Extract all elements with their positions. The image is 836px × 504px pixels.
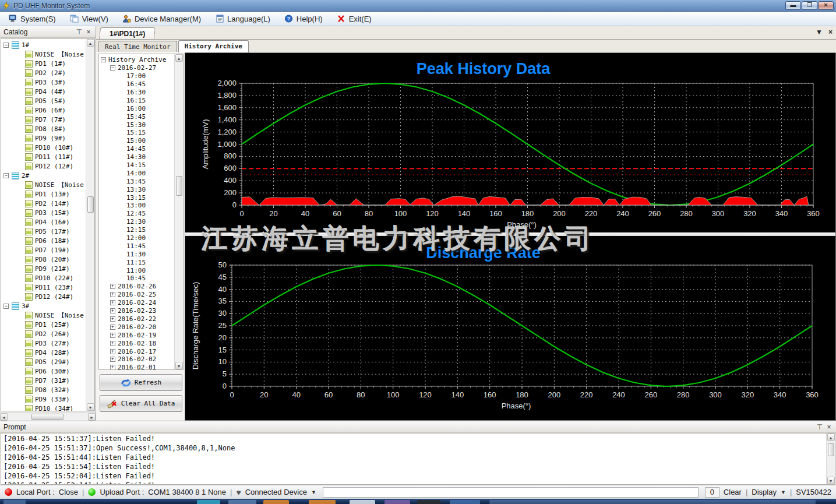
history-time-node[interactable]: 12:30 [101, 218, 174, 226]
catalog-group-1#[interactable]: −1# [3, 40, 86, 50]
history-time-node[interactable]: 13:00 [101, 202, 174, 210]
history-time-node[interactable]: 15:00 [101, 137, 174, 145]
history-time-node[interactable]: 16:15 [101, 96, 174, 104]
prompt-close-icon[interactable]: × [824, 423, 834, 431]
catalog-group-2#[interactable]: −2# [3, 171, 86, 180]
history-date-node[interactable]: +2016-02-20 [101, 323, 174, 331]
document-tab[interactable]: 1#\PD1(1#) [99, 27, 156, 39]
clear-all-data-button[interactable]: Clear All Data [100, 395, 182, 412]
history-time-node[interactable]: 13:15 [101, 193, 174, 202]
restore-button[interactable]: ❐ [802, 1, 817, 10]
menu-view-v[interactable]: View(V) [65, 13, 115, 24]
clear-counter-button[interactable]: Clear [724, 488, 742, 496]
history-date-node[interactable]: +2016-02-01 [101, 364, 174, 369]
history-date-node[interactable]: +2016-02-18 [101, 339, 174, 347]
history-date-node[interactable]: +2016-02-22 [101, 315, 174, 323]
connected-device-dropdown-icon[interactable]: ▼ [311, 489, 316, 495]
catalog-item[interactable]: PD12 (12#) [3, 161, 86, 171]
catalog-item[interactable]: PD5 (29#) [3, 357, 86, 366]
history-time-node[interactable]: 16:30 [101, 89, 174, 97]
prompt-pin-icon[interactable]: ⊤ [815, 423, 824, 431]
catalog-item[interactable]: PD2 (14#) [3, 199, 86, 208]
history-date-node[interactable]: +2016-02-02 [101, 355, 174, 364]
catalog-item[interactable]: PD6 (6#) [3, 105, 86, 115]
catalog-item[interactable]: PD6 (30#) [3, 366, 86, 376]
history-time-node[interactable]: 11:15 [101, 258, 174, 266]
catalog-item[interactable]: PD6 (18#) [3, 236, 86, 245]
catalog-item[interactable]: PD4 (28#) [3, 348, 86, 357]
prompt-vscrollbar[interactable]: ▲ ▼ [826, 433, 835, 484]
catalog-item[interactable]: PD8 (32#) [3, 385, 86, 394]
connected-device-label[interactable]: Connected Device [245, 488, 307, 496]
catalog-item[interactable]: PD11 (11#) [3, 152, 86, 161]
history-time-node[interactable]: 12:45 [101, 210, 174, 218]
catalog-item[interactable]: PD9 (21#) [3, 264, 86, 273]
history-root-node[interactable]: −History Archive [101, 56, 174, 64]
catalog-hscrollbar[interactable]: ◄ ► [0, 412, 96, 421]
history-time-node[interactable]: 15:30 [101, 121, 174, 129]
catalog-item[interactable]: PD5 (17#) [3, 227, 86, 236]
menu-system-s[interactable]: System(S) [3, 13, 63, 24]
catalog-item[interactable]: NOISE 【Noise C [3, 311, 86, 320]
history-date-node[interactable]: +2016-02-19 [101, 331, 174, 339]
catalog-item[interactable]: PD2 (2#) [3, 68, 86, 77]
tab-history-archive[interactable]: History Archive [178, 40, 249, 52]
catalog-item[interactable]: NOISE 【Noise C [3, 180, 86, 189]
history-time-node[interactable]: 15:15 [101, 129, 174, 137]
display-dropdown-icon[interactable]: ▼ [781, 489, 786, 495]
history-time-node[interactable]: 11:45 [101, 242, 174, 250]
history-time-node[interactable]: 15:45 [101, 112, 174, 121]
history-date-node[interactable]: +2016-02-23 [101, 307, 174, 315]
minimize-button[interactable]: ▬ [785, 1, 801, 10]
catalog-item[interactable]: PD7 (19#) [3, 245, 86, 255]
catalog-item[interactable]: PD7 (31#) [3, 376, 86, 385]
catalog-group-3#[interactable]: −3# [3, 301, 86, 311]
history-time-node[interactable]: 14:15 [101, 161, 174, 170]
catalog-item[interactable]: PD1 (13#) [3, 189, 86, 199]
close-catalog-icon[interactable]: × [84, 28, 93, 36]
catalog-item[interactable]: PD7 (7#) [3, 115, 86, 124]
catalog-item[interactable]: PD4 (4#) [3, 87, 86, 96]
tab-real-time-monitor[interactable]: Real Time Monitor [98, 41, 177, 52]
history-vscrollbar[interactable]: ▲ ▼ [174, 54, 183, 369]
history-time-node[interactable]: 13:45 [101, 177, 174, 185]
history-time-node[interactable]: 11:30 [101, 250, 174, 258]
history-time-node[interactable]: 12:15 [101, 226, 174, 234]
history-time-node[interactable]: 11:00 [101, 266, 174, 274]
catalog-item[interactable]: PD2 (26#) [3, 329, 86, 339]
catalog-item[interactable]: PD11 (23#) [3, 283, 86, 292]
catalog-item[interactable]: PD1 (1#) [3, 59, 86, 68]
history-time-node[interactable]: 14:00 [101, 169, 174, 177]
catalog-item[interactable]: PD3 (27#) [3, 339, 86, 348]
catalog-item[interactable]: PD12 (24#) [3, 292, 86, 301]
menu-help-h[interactable]: ?Help(H) [280, 13, 330, 24]
history-date-node[interactable]: −2016-02-27 [101, 64, 174, 72]
catalog-item[interactable]: PD8 (8#) [3, 124, 86, 133]
catalog-item[interactable]: PD10 (22#) [3, 273, 86, 283]
pin-icon[interactable]: ⊤ [75, 28, 84, 36]
history-time-node[interactable]: 17:00 [101, 72, 174, 80]
catalog-item[interactable]: PD9 (9#) [3, 133, 86, 143]
catalog-item[interactable]: PD4 (16#) [3, 217, 86, 227]
history-time-node[interactable]: 14:45 [101, 145, 174, 153]
history-time-node[interactable]: 13:30 [101, 185, 174, 193]
catalog-item[interactable]: PD8 (20#) [3, 255, 86, 264]
history-time-node[interactable]: 10:45 [101, 274, 174, 283]
catalog-item[interactable]: PD10 (10#) [3, 143, 86, 152]
tab-list-dropdown-icon[interactable]: ▼ [816, 28, 823, 36]
catalog-item[interactable]: PD10 (34#) [3, 404, 86, 411]
catalog-item[interactable]: PD3 (3#) [3, 77, 86, 87]
catalog-item[interactable]: PD1 (25#) [3, 320, 86, 329]
tab-close-icon[interactable]: × [828, 28, 833, 36]
history-time-node[interactable]: 14:30 [101, 153, 174, 161]
history-date-node[interactable]: +2016-02-24 [101, 299, 174, 307]
windows-taskbar-strip[interactable] [0, 499, 836, 504]
history-date-node[interactable]: +2016-02-17 [101, 347, 174, 355]
menu-exit-e[interactable]: Exit(E) [332, 13, 379, 24]
history-date-node[interactable]: +2016-02-25 [101, 291, 174, 299]
history-time-node[interactable]: 16:45 [101, 80, 174, 89]
catalog-item[interactable]: PD3 (15#) [3, 208, 86, 217]
catalog-item[interactable]: PD9 (33#) [3, 394, 86, 404]
history-date-node[interactable]: +2016-02-26 [101, 283, 174, 291]
refresh-button[interactable]: Refresh [100, 374, 182, 391]
